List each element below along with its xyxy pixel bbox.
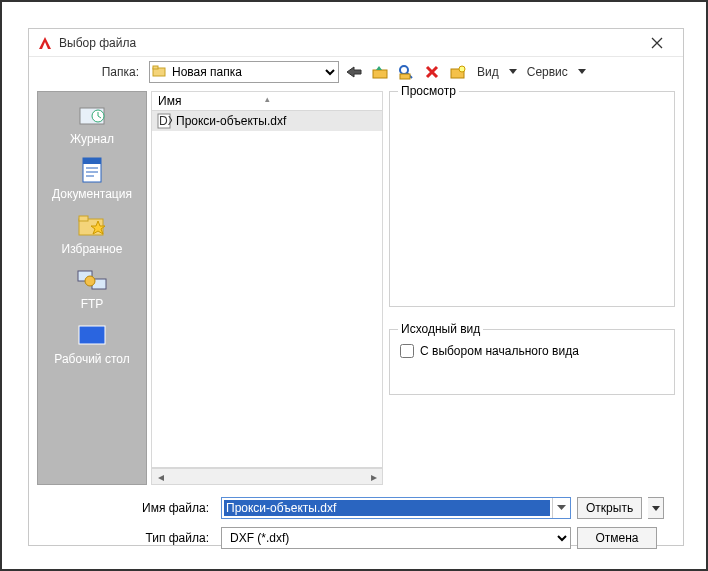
cancel-button[interactable]: Отмена [577,527,657,549]
svg-rect-11 [83,158,101,164]
up-folder-button[interactable] [369,61,391,83]
sidebar-item-desktop[interactable]: Рабочий стол [38,318,146,369]
column-header-name[interactable]: Имя ▴ [151,91,383,111]
docs-icon [76,156,108,184]
preview-label: Просмотр [398,84,459,98]
svg-text:DXF: DXF [159,114,172,128]
source-view-box: Исходный вид С выбором начального вида [389,329,675,395]
folder-combo[interactable]: Новая папка [149,61,339,83]
places-sidebar: Журнал Документация Избранное FTP [37,91,147,485]
file-row[interactable]: DXF Прокси-объекты.dxf [152,111,382,131]
sidebar-item-favorites[interactable]: Избранное [38,208,146,259]
dialog-title: Выбор файла [59,36,639,50]
file-list-body[interactable]: DXF Прокси-объекты.dxf [151,111,383,468]
desktop-icon [76,321,108,349]
titlebar: Выбор файла [29,29,683,57]
svg-rect-5 [400,74,410,79]
folder-icon [152,64,166,78]
app-icon [37,35,53,51]
filetype-label: Тип файла: [29,531,215,545]
initial-view-checkbox-row[interactable]: С выбором начального вида [400,344,664,358]
close-button[interactable] [639,30,675,56]
delete-button[interactable] [421,61,443,83]
bottom-panel: Имя файла: Открыть Тип файла: DXF (*.dxf… [29,489,683,557]
view-menu-arrow[interactable] [507,69,519,75]
file-list: Имя ▴ DXF Прокси-объекты.dxf ◂ ▸ [151,91,383,485]
scroll-right-icon[interactable]: ▸ [365,469,382,484]
svg-point-3 [400,66,408,74]
search-button[interactable] [395,61,417,83]
toolbar: Папка: Новая папка Вид Сервис [29,57,683,87]
filetype-combo[interactable]: DXF (*.dxf) [221,527,571,549]
open-button-split[interactable] [648,497,664,519]
sidebar-item-docs[interactable]: Документация [38,153,146,204]
preview-box: Просмотр [389,91,675,307]
filename-input[interactable] [224,500,550,516]
sidebar-item-history[interactable]: Журнал [38,98,146,149]
svg-point-19 [85,276,95,286]
file-select-dialog: Выбор файла Папка: Новая папка [28,28,684,546]
sidebar-item-label: Документация [52,187,132,201]
sidebar-item-label: FTP [81,297,104,311]
source-view-label: Исходный вид [398,322,483,336]
ftp-icon [76,266,108,294]
view-menu[interactable]: Вид [473,61,503,83]
back-button[interactable] [343,61,365,83]
svg-rect-16 [79,216,88,221]
svg-rect-20 [79,326,105,344]
dxf-file-icon: DXF [156,113,172,129]
preview-panel: Просмотр Исходный вид С выбором начально… [389,91,675,485]
filename-combo[interactable] [221,497,571,519]
folder-label: Папка: [37,65,145,79]
sidebar-item-ftp[interactable]: FTP [38,263,146,314]
favorites-icon [76,211,108,239]
open-button[interactable]: Открыть [577,497,642,519]
scroll-left-icon[interactable]: ◂ [152,469,169,484]
svg-point-7 [459,66,465,72]
tools-menu-arrow[interactable] [576,69,588,75]
chevron-down-icon[interactable] [552,498,570,518]
svg-rect-2 [373,70,387,78]
sort-indicator-icon: ▴ [265,94,270,104]
initial-view-checkbox[interactable] [400,344,414,358]
initial-view-checkbox-label: С выбором начального вида [420,344,579,358]
tools-menu[interactable]: Сервис [523,61,572,83]
file-name: Прокси-объекты.dxf [176,114,286,128]
filename-label: Имя файла: [29,501,215,515]
horizontal-scrollbar[interactable]: ◂ ▸ [151,468,383,485]
svg-rect-1 [153,66,158,69]
sidebar-item-label: Рабочий стол [54,352,129,366]
sidebar-item-label: Избранное [62,242,123,256]
new-folder-button[interactable] [447,61,469,83]
sidebar-item-label: Журнал [70,132,114,146]
history-icon [76,101,108,129]
